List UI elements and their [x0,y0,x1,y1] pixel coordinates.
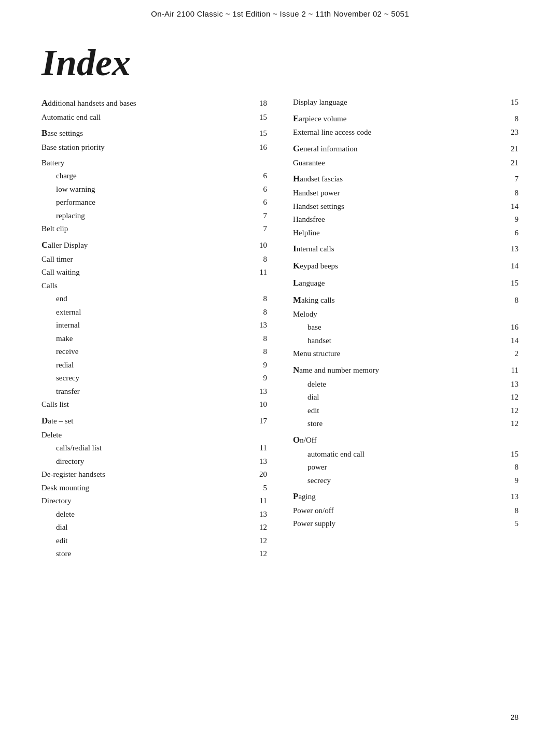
entry-text: store [56,547,251,561]
entry-page: 15 [503,448,519,461]
entry-text: Display language [293,96,503,109]
list-item: Language15 [293,276,519,291]
entry-text: internal [56,319,251,332]
list-item: Base station priority16 [41,141,267,154]
entry-page: 8 [503,461,519,474]
entry-page: 21 [503,143,519,156]
entry-page: 7 [251,209,267,223]
list-item: Call timer8 [41,253,267,266]
list-item: Battery [41,157,267,170]
entry-text: Guarantee [293,157,503,170]
entry-text: Calls [41,279,267,293]
list-item: make8 [41,332,267,346]
entry-text: General information [293,141,503,157]
list-item: Making calls8 [293,293,519,308]
list-item: Power on/off8 [293,504,519,518]
list-item: On/Off [293,433,519,448]
index-title: Index [41,44,519,81]
entry-text: Handset power [293,187,503,200]
list-item: Handset fascias7 [293,172,519,187]
list-item: store12 [293,417,519,431]
entry-page: 8 [251,306,267,319]
entry-page: 12 [251,521,267,534]
entry-page: 9 [503,213,519,226]
entry-text: edit [307,404,503,418]
entry-page: 12 [251,547,267,561]
list-item: secrecy9 [293,474,519,488]
list-item: transfer13 [41,385,267,399]
entry-text: performance [56,196,251,209]
entry-page: 16 [251,141,267,154]
entry-text: Paging [293,489,503,504]
list-item: Caller Display10 [41,238,267,253]
entry-page: 2 [503,347,519,361]
entry-text: Desk mounting [41,481,251,495]
entry-text: dial [307,391,503,404]
entry-page: 14 [503,200,519,214]
entry-text: De-register handsets [41,468,251,481]
entry-text: transfer [56,385,251,399]
list-item: Base settings15 [41,126,267,141]
list-item: power8 [293,461,519,474]
entry-text: Base station priority [41,141,251,154]
list-item: Menu structure2 [293,347,519,361]
entry-text: store [307,417,503,431]
entry-page: 7 [251,222,267,236]
entry-text: Earpiece volume [293,111,503,126]
list-item: edit12 [41,534,267,548]
entry-page: 5 [503,517,519,531]
list-item: Directory11 [41,494,267,508]
entry-text: Delete [41,429,267,442]
entry-page: 13 [251,508,267,521]
entry-text: Power on/off [293,504,503,518]
entry-page: 8 [503,187,519,200]
entry-text: Menu structure [293,347,503,361]
list-item: receive8 [41,345,267,359]
entry-page: 15 [251,127,267,140]
list-item: base16 [293,321,519,334]
entry-text: receive [56,345,251,359]
list-item: charge6 [41,169,267,183]
entry-text: edit [56,534,251,548]
entry-page: 5 [251,481,267,495]
entry-text: Handset settings [293,200,503,214]
list-item: Call waiting11 [41,266,267,279]
entry-page: 8 [251,345,267,359]
entry-text: Helpline [293,226,503,240]
list-item: dial12 [293,391,519,404]
entry-page: 18 [251,97,267,110]
list-item: performance6 [41,196,267,209]
entry-page: 14 [503,334,519,348]
entry-page: 21 [503,157,519,170]
entry-text: External line access code [293,126,503,139]
entry-page: 9 [251,359,267,372]
entry-text: end [56,292,251,306]
entry-text: redial [56,359,251,372]
entry-page: 16 [503,321,519,334]
entry-page: 15 [251,111,267,124]
entry-page: 13 [251,455,267,469]
entry-page: 10 [251,239,267,252]
list-item: handset14 [293,334,519,348]
entry-text: replacing [56,209,251,223]
entry-page: 8 [503,112,519,126]
entry-text: Battery [41,157,267,170]
entry-text: low warning [56,183,251,196]
list-item: Display language15 [293,96,519,109]
left-column: Additional handsets and bases18Automatic… [41,96,283,561]
entry-page: 13 [503,490,519,504]
page-header: On-Air 2100 Classic ~ 1st Edition ~ Issu… [0,0,560,23]
entry-text: directory [56,455,251,469]
list-item: directory13 [41,455,267,469]
entry-page: 9 [251,372,267,385]
list-item: Desk mounting5 [41,481,267,495]
entry-text: delete [307,378,503,391]
list-item: delete13 [293,378,519,391]
entry-text: Language [293,276,503,291]
header-text: On-Air 2100 Classic ~ 1st Edition ~ Issu… [151,9,409,18]
entry-text: charge [56,169,251,183]
entry-page: 12 [251,534,267,548]
entry-text: Name and number memory [293,363,503,378]
entry-page: 15 [503,277,519,290]
entry-page: 8 [251,253,267,266]
